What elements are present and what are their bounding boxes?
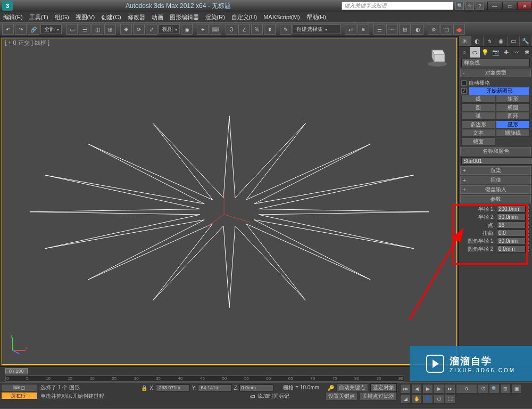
modify-tab-icon[interactable]: ◐ [471, 36, 484, 46]
selection-set-dropdown[interactable]: 创建选择集 [293, 24, 340, 34]
setkey-button[interactable]: 设置关键点 [326, 392, 358, 400]
menu-group[interactable]: 组(G) [55, 13, 69, 21]
menu-tools[interactable]: 工具(T) [29, 13, 48, 21]
menu-customize[interactable]: 自定义(U) [231, 13, 257, 21]
rollout-name-color[interactable]: -名称和颜色 [460, 147, 531, 156]
coord-z[interactable]: 0.0mm [239, 385, 273, 391]
add-time-tag[interactable]: 添加时间标记 [257, 392, 289, 400]
search-input[interactable]: 键入关键字或短语 [342, 2, 453, 10]
select-region-button[interactable]: ◫ [92, 24, 103, 35]
editnamed-button[interactable]: ✎ [280, 24, 292, 35]
coord-x[interactable]: -263.971m [156, 385, 190, 391]
move-button[interactable]: ✥ [120, 24, 132, 35]
utilities-tab-icon[interactable]: 🔧 [520, 36, 532, 46]
pivot-button[interactable]: ◉ [181, 24, 193, 35]
next-frame-button[interactable]: ▶ [434, 384, 444, 394]
menu-grapheditors[interactable]: 图形编辑器 [170, 13, 199, 21]
shape-button-弧[interactable]: 弧 [461, 112, 495, 120]
script-mini-button[interactable]: ⌨ ▢ [1, 384, 37, 391]
menu-animation[interactable]: 动画 [152, 13, 163, 21]
time-slider[interactable]: 0 / 100 [5, 368, 28, 374]
nav-pan-button[interactable]: ✋ [411, 394, 422, 404]
info-icon[interactable]: ? [476, 2, 484, 10]
menu-maxscript[interactable]: MAXScript(M) [263, 14, 300, 20]
lock-icon[interactable]: 🔒 [141, 385, 147, 391]
select-button[interactable]: ▭ [66, 24, 78, 35]
shape-button-线[interactable]: 线 [461, 95, 495, 103]
menu-create[interactable]: 创建(C) [101, 13, 121, 21]
nav-fov-button[interactable]: ◢ [400, 394, 411, 404]
shape-button-螺旋线[interactable]: 螺旋线 [496, 129, 530, 137]
nav-orbit-button[interactable]: ⭯ [434, 394, 444, 404]
align-button[interactable]: ≡ [358, 24, 369, 35]
filter-dropdown[interactable]: 全部 [40, 24, 62, 34]
menu-edit[interactable]: 编辑(E) [3, 13, 23, 21]
startnew-button[interactable]: 开始新图形 [469, 87, 530, 95]
percent-snap-button[interactable]: % [251, 24, 263, 35]
geometry-cat-icon[interactable]: ○ [459, 47, 470, 58]
refcoord-dropdown[interactable]: 视图 [159, 24, 180, 34]
maximize-button[interactable]: ▭ [502, 2, 517, 10]
rollout-params[interactable]: -参数 [460, 195, 531, 203]
shapes-cat-icon[interactable]: ⬭ [470, 47, 480, 58]
shape-button-椭圆[interactable]: 椭圆 [496, 103, 530, 111]
spinner-snap-button[interactable]: ⬍ [264, 24, 276, 35]
goto-end-button[interactable]: ⏭ [445, 384, 455, 394]
time-config-button[interactable]: ⏱ [478, 384, 488, 394]
param-spinner[interactable]: 200.0mm [497, 206, 526, 212]
render-button[interactable]: 🫖 [453, 24, 465, 35]
param-spinner[interactable]: 0.0mm [497, 246, 526, 252]
startnew-checkbox[interactable]: ✓ [461, 88, 467, 94]
menu-render[interactable]: 渲染(R) [205, 13, 225, 21]
space-cat-icon[interactable]: 〰 [511, 47, 522, 58]
shape-button-多边形[interactable]: 多边形 [461, 120, 495, 128]
angle-snap-button[interactable]: ∠ [238, 24, 250, 35]
help-icon[interactable]: 🔍 [455, 2, 464, 10]
lights-cat-icon[interactable]: 💡 [480, 47, 491, 58]
redo-button[interactable]: ↷ [15, 24, 27, 35]
link-button[interactable]: 🔗 [28, 24, 39, 35]
schematic-button[interactable]: ⊞ [399, 24, 411, 35]
play-button[interactable]: ▶ [422, 384, 433, 394]
shape-button-文本[interactable]: 文本 [461, 129, 495, 137]
current-frame[interactable]: 0 [456, 384, 477, 394]
rollout-keyboard[interactable]: +键盘输入 [460, 185, 531, 194]
rotate-button[interactable]: ⟳ [133, 24, 145, 35]
manipulate-button[interactable]: ✦ [197, 24, 209, 35]
rollout-object-type[interactable]: -对象类型 [460, 69, 531, 77]
shape-button-矩形[interactable]: 矩形 [496, 95, 530, 103]
nav-maximize-button[interactable]: ⛶ [445, 394, 455, 404]
nav-zoomall-button[interactable]: ⊞ [500, 384, 511, 394]
render-setup-button[interactable]: ⚙ [428, 24, 439, 35]
nav-walk-button[interactable]: 👣 [422, 394, 433, 404]
menu-modifiers[interactable]: 修改器 [128, 13, 145, 21]
nav-zoomext-button[interactable]: ▣ [511, 384, 522, 394]
selected-filter[interactable]: 选定对象 [370, 383, 397, 392]
systems-cat-icon[interactable]: ✱ [521, 47, 532, 58]
param-spinner[interactable]: 0.0 [497, 230, 526, 236]
param-spinner[interactable]: 16 [497, 222, 526, 228]
rollout-interpolation[interactable]: +插值 [460, 176, 531, 184]
shape-button-星形[interactable]: 星形 [496, 120, 530, 128]
key-filter-button[interactable]: 关键点过滤器 [360, 392, 397, 400]
keyboard-button[interactable]: ⌨ [210, 24, 221, 35]
mirror-button[interactable]: ⇄ [345, 24, 356, 35]
viewport-label[interactable]: [ + 0 正交 ] 线框 ] [5, 39, 49, 47]
undo-button[interactable]: ↶ [2, 24, 14, 35]
curve-editor-button[interactable]: 〰 [386, 24, 398, 35]
object-name-input[interactable] [461, 157, 532, 165]
shape-button-截面[interactable]: 截面 [461, 137, 495, 145]
keymode-icon[interactable]: 🔑 [328, 385, 334, 391]
autokey-button[interactable]: 自动关键点 [336, 383, 368, 392]
shape-button-圆[interactable]: 圆 [461, 103, 495, 111]
scale-button[interactable]: ⤢ [146, 24, 157, 35]
hierarchy-tab-icon[interactable]: ⋔ [484, 36, 496, 46]
timetag-icon[interactable]: 🏷 [250, 394, 255, 399]
display-tab-icon[interactable]: ▭ [508, 36, 520, 46]
layers-button[interactable]: ☰ [373, 24, 385, 35]
render-frame-button[interactable]: ▢ [440, 24, 452, 35]
link-icon[interactable]: ☆ [466, 2, 474, 10]
viewcube[interactable] [425, 43, 450, 68]
close-button[interactable]: ✕ [517, 2, 532, 10]
menu-view[interactable]: 视图(V) [76, 13, 95, 21]
